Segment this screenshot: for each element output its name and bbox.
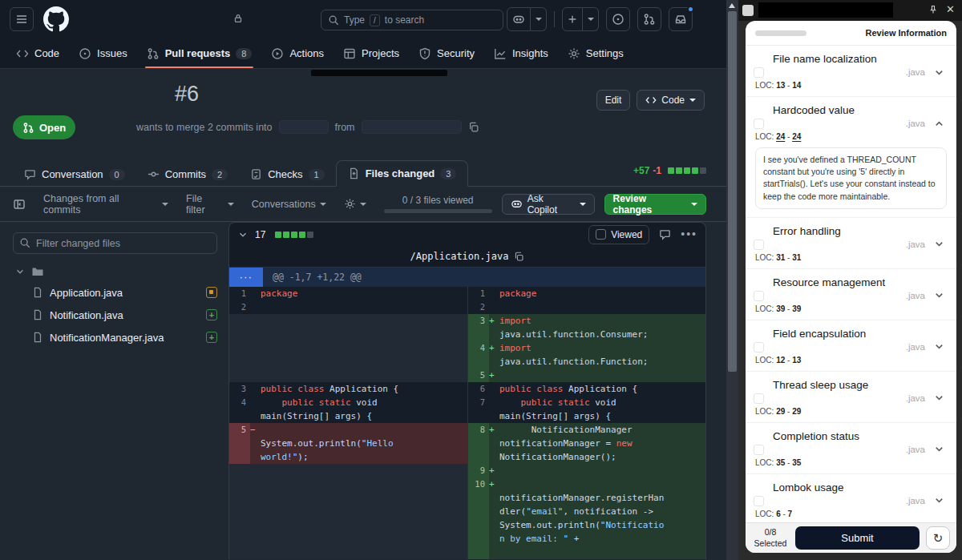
- conversations-dropdown[interactable]: Conversations: [252, 199, 326, 210]
- close-icon[interactable]: ✕: [946, 3, 955, 15]
- line-number[interactable]: 2: [468, 300, 489, 314]
- changes-dropdown[interactable]: Changes from all commits: [43, 193, 168, 216]
- line-number[interactable]: 4: [229, 396, 250, 423]
- edit-button[interactable]: Edit: [596, 90, 631, 111]
- chevron-up-icon[interactable]: [933, 118, 945, 130]
- tree-file-Notification.java[interactable]: Notification.java+: [32, 304, 217, 326]
- line-number[interactable]: 5: [229, 423, 250, 464]
- global-search[interactable]: Type / to search: [321, 10, 503, 30]
- inbox-button[interactable]: [669, 7, 693, 31]
- repo-nav-item-actions[interactable]: Actions: [261, 38, 333, 68]
- review-item[interactable]: Thread sleep usage.javaLOC: 29 - 29: [746, 372, 956, 423]
- file-name: NotificationManager.java: [50, 332, 200, 344]
- chevron-down-icon[interactable]: [933, 443, 945, 455]
- review-item[interactable]: Resource management.javaLOC: 39 - 39: [746, 269, 956, 320]
- item-checkbox[interactable]: [754, 119, 764, 129]
- diffstat: +57-1: [633, 165, 706, 186]
- selected-count: 0/8: [752, 527, 789, 538]
- line-number[interactable]: 8: [468, 423, 489, 464]
- tab-checks[interactable]: Checks1: [239, 162, 335, 187]
- repo-nav-item-security[interactable]: Security: [409, 38, 484, 68]
- refresh-button[interactable]: ↻: [926, 526, 950, 550]
- folder-row[interactable]: [14, 265, 217, 278]
- your-pull-requests-button[interactable]: [637, 7, 661, 31]
- scrollbar-thumb[interactable]: [728, 11, 737, 372]
- copy-branch-icon[interactable]: [468, 122, 479, 133]
- code-line: java.util.function.Function;: [499, 355, 705, 369]
- tree-file-NotificationManager.java[interactable]: NotificationManager.java+: [32, 326, 217, 348]
- item-checkbox[interactable]: [754, 67, 764, 78]
- repo-nav-item-code[interactable]: Code: [6, 38, 69, 68]
- tab-conversation[interactable]: Conversation0: [13, 162, 136, 187]
- code-dropdown-button[interactable]: Code: [637, 90, 705, 111]
- diff-settings-dropdown[interactable]: [344, 198, 366, 210]
- submit-button[interactable]: Submit: [795, 526, 920, 550]
- copilot-button[interactable]: [507, 7, 531, 31]
- line-number[interactable]: 6: [468, 382, 489, 396]
- file-filter-dropdown[interactable]: File filter: [186, 193, 234, 216]
- chevron-down-icon[interactable]: [933, 494, 945, 506]
- chevron-down-icon[interactable]: [933, 340, 945, 353]
- comment-icon[interactable]: [659, 228, 671, 240]
- item-checkbox[interactable]: [754, 445, 764, 455]
- head-branch-redacted[interactable]: [362, 120, 462, 134]
- item-checkbox[interactable]: [754, 496, 764, 506]
- create-new-caret[interactable]: [583, 7, 599, 31]
- tree-file-Application.java[interactable]: Application.java: [32, 281, 217, 304]
- panel-drag-pill[interactable]: [755, 30, 806, 36]
- review-item[interactable]: Hardcoded value.javaLOC: 24 - 24I see yo…: [746, 97, 956, 218]
- kebab-menu-icon[interactable]: •••: [681, 232, 697, 237]
- line-number[interactable]: 9: [468, 464, 489, 477]
- chevron-down-icon[interactable]: [933, 238, 945, 250]
- tab-commits[interactable]: Commits2: [136, 162, 239, 187]
- repo-nav-item-projects[interactable]: Projects: [333, 38, 409, 68]
- repo-nav-item-pull-requests[interactable]: Pull requests8: [137, 38, 262, 68]
- file-icon: [32, 287, 43, 298]
- hamburger-menu-button[interactable]: [10, 7, 34, 31]
- item-checkbox[interactable]: [754, 240, 764, 250]
- github-logo-icon[interactable]: [43, 6, 69, 32]
- pin-icon[interactable]: [928, 5, 938, 14]
- tab-files-changed[interactable]: Files changed3: [336, 160, 469, 187]
- tab-label: Files changed: [366, 167, 435, 179]
- line-number[interactable]: 3: [468, 314, 489, 341]
- copilot-menu-caret[interactable]: [531, 7, 547, 31]
- review-item[interactable]: Completion status.javaLOC: 35 - 35: [746, 423, 956, 474]
- item-checkbox[interactable]: [754, 291, 764, 301]
- chevron-down-icon[interactable]: [933, 66, 945, 79]
- review-item[interactable]: Lombok usage.javaLOC: 6 - 7: [746, 474, 956, 522]
- copy-path-icon[interactable]: [514, 252, 524, 262]
- review-changes-button[interactable]: Review changes: [604, 194, 706, 215]
- line-number[interactable]: 10: [468, 477, 489, 559]
- gear-icon: [568, 47, 580, 60]
- hunk-expand-button[interactable]: ···: [229, 268, 263, 287]
- item-checkbox[interactable]: [754, 342, 764, 353]
- line-number[interactable]: 2: [229, 300, 250, 314]
- viewed-checkbox[interactable]: [596, 229, 606, 240]
- line-number[interactable]: 3: [229, 382, 250, 396]
- line-number[interactable]: 5: [468, 369, 489, 382]
- repo-nav-item-insights[interactable]: Insights: [484, 38, 558, 68]
- your-issues-button[interactable]: [606, 7, 630, 31]
- chevron-down-icon[interactable]: [933, 392, 945, 404]
- review-item[interactable]: Field encapsulation.javaLOC: 12 - 13: [746, 320, 956, 372]
- line-number[interactable]: 1: [229, 287, 250, 300]
- create-new-button[interactable]: [562, 7, 583, 31]
- sidebar-toggle-icon[interactable]: [13, 198, 26, 211]
- review-item[interactable]: File name localization.javaLOC: 13 - 14: [746, 46, 956, 97]
- page-scrollbar[interactable]: [726, 0, 738, 560]
- chevron-down-icon[interactable]: [933, 289, 945, 301]
- line-number[interactable]: 4: [468, 341, 489, 369]
- scrollbar-up-arrow-icon[interactable]: [729, 3, 735, 8]
- base-branch-redacted[interactable]: [279, 120, 329, 134]
- repo-nav-item-issues[interactable]: Issues: [69, 38, 137, 68]
- ask-copilot-button[interactable]: Ask Copilot: [502, 194, 595, 215]
- viewed-toggle[interactable]: Viewed: [588, 225, 649, 244]
- file-filter-input[interactable]: [13, 232, 217, 254]
- repo-nav-item-settings[interactable]: Settings: [558, 38, 633, 68]
- review-item[interactable]: Error handling.javaLOC: 31 - 31: [746, 218, 956, 269]
- item-checkbox[interactable]: [754, 393, 764, 404]
- line-number[interactable]: 1: [468, 287, 489, 300]
- collapse-file-icon[interactable]: [237, 229, 249, 240]
- line-number[interactable]: 7: [468, 396, 489, 423]
